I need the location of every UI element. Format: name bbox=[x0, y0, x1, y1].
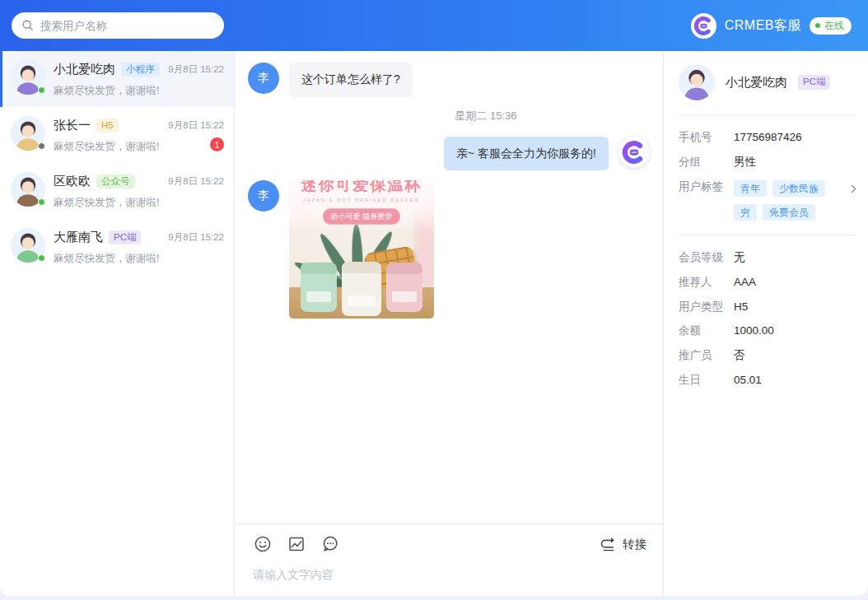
crmeb-service-window: CRMEB客服 在线 小北爱吃肉 小程序 麻烦尽快发货，谢谢啦! bbox=[0, 0, 868, 596]
profile-row: 手机号 17756987426 bbox=[679, 131, 860, 145]
conversation-preview: 麻烦尽快发货，谢谢啦! bbox=[54, 252, 160, 266]
profile-row: 用户类型 H5 bbox=[679, 300, 860, 314]
field-label: 推广员 bbox=[679, 349, 724, 363]
brand-name: CRMEB客服 bbox=[725, 17, 801, 35]
conversation-name: 张长一 bbox=[54, 118, 91, 133]
profile-name: 小北爱吃肉 bbox=[726, 75, 787, 91]
transfer-label: 转接 bbox=[623, 537, 646, 552]
thermos-cup-graphic bbox=[342, 262, 381, 316]
conversation-preview: 麻烦尽快发货，谢谢啦! bbox=[54, 84, 160, 98]
field-value: 1000.00 bbox=[734, 324, 774, 338]
conversation-name: 区欧欧 bbox=[54, 174, 91, 189]
field-label: 生日 bbox=[679, 374, 724, 388]
online-status-badge: 在线 bbox=[810, 17, 852, 35]
chevron-right-icon[interactable] bbox=[847, 183, 860, 195]
field-value: H5 bbox=[734, 300, 748, 314]
profile-row: 推广员 否 bbox=[679, 349, 860, 363]
user-tag: 穷 bbox=[734, 204, 757, 221]
field-value: 否 bbox=[734, 349, 745, 363]
thermos-cup-graphic bbox=[386, 263, 422, 312]
channel-badge: PC端 bbox=[798, 75, 830, 90]
composer-toolbar: 转接 bbox=[253, 534, 646, 554]
message-list: 李 这个订单怎么样了? 星期二 15:36 亲~ 客服会全力为你服务的! 李 bbox=[235, 51, 663, 523]
emoji-icon bbox=[253, 534, 273, 554]
user-tag: 青年 bbox=[734, 180, 767, 197]
image-upload-button[interactable] bbox=[287, 534, 306, 554]
thermos-cup-graphic bbox=[301, 263, 337, 312]
conversation-preview: 麻烦尽快发货，谢谢啦! bbox=[54, 196, 160, 210]
conversation-time: 9月8日 15:22 bbox=[168, 63, 224, 76]
channel-badge: 小程序 bbox=[121, 63, 160, 77]
field-label: 余额 bbox=[679, 324, 724, 338]
offline-dot bbox=[38, 142, 45, 150]
agent-avatar-icon bbox=[618, 137, 650, 168]
avatar bbox=[11, 116, 45, 151]
emoji-button[interactable] bbox=[253, 534, 273, 554]
product-image-message[interactable]: 迷你可爱保温杯 JAPAN'S HOT BRAISED BEAKER 娇小可爱 … bbox=[289, 180, 434, 319]
conversation-item[interactable]: 小北爱吃肉 小程序 麻烦尽快发货，谢谢啦! 9月8日 15:22 bbox=[0, 51, 234, 107]
online-status-label: 在线 bbox=[824, 19, 844, 33]
product-image-subtitle: JAPAN'S HOT BRAISED BEAKER bbox=[303, 198, 420, 202]
message-bubble: 这个订单怎么样了? bbox=[289, 63, 413, 97]
conversation-list: 小北爱吃肉 小程序 麻烦尽快发货，谢谢啦! 9月8日 15:22 张长一 bbox=[0, 51, 235, 596]
field-value: 无 bbox=[734, 251, 745, 265]
topbar: CRMEB客服 在线 bbox=[0, 0, 868, 51]
quick-reply-icon bbox=[320, 534, 340, 554]
message-bubble: 亲~ 客服会全力为你服务的! bbox=[444, 137, 609, 171]
conversation-time: 9月8日 15:22 bbox=[168, 231, 224, 244]
product-image-title: 迷你可爱保温杯 bbox=[301, 180, 422, 196]
field-label: 手机号 bbox=[679, 131, 724, 145]
channel-badge: 公众号 bbox=[96, 174, 135, 189]
conversation-item[interactable]: 大雁南飞 PC端 麻烦尽快发货，谢谢啦! 9月8日 15:22 bbox=[0, 219, 234, 275]
field-label: 用户类型 bbox=[679, 300, 724, 314]
field-label: 用户标签 bbox=[679, 180, 724, 194]
online-dot bbox=[38, 86, 45, 94]
chat-panel: 李 这个订单怎么样了? 星期二 15:36 亲~ 客服会全力为你服务的! 李 bbox=[235, 51, 663, 596]
outgoing-message: 亲~ 客服会全力为你服务的! bbox=[248, 137, 650, 171]
online-dot bbox=[815, 23, 820, 28]
conversation-item[interactable]: 区欧欧 公众号 麻烦尽快发货，谢谢啦! 9月8日 15:22 bbox=[0, 163, 234, 219]
peer-avatar: 李 bbox=[248, 180, 279, 212]
field-value: 男性 bbox=[734, 156, 756, 170]
profile-row: 生日 05.01 bbox=[679, 374, 860, 388]
user-tag: 免费会员 bbox=[763, 204, 815, 221]
avatar bbox=[11, 172, 45, 207]
message-input[interactable] bbox=[253, 554, 646, 596]
field-value: AAA bbox=[734, 276, 756, 290]
divider bbox=[679, 114, 856, 115]
product-image-header: 迷你可爱保温杯 JAPAN'S HOT BRAISED BEAKER 娇小可爱 … bbox=[289, 180, 434, 233]
date-divider: 星期二 15:36 bbox=[322, 109, 650, 123]
field-label: 会员等级 bbox=[679, 251, 724, 265]
user-tags-row: 用户标签 青年 少数民族 穷 免费会员 bbox=[679, 180, 860, 221]
unread-badge: 1 bbox=[210, 137, 224, 151]
user-avatar-icon bbox=[679, 64, 715, 100]
peer-avatar: 李 bbox=[248, 63, 279, 94]
search-box[interactable] bbox=[12, 12, 224, 39]
image-upload-icon bbox=[287, 534, 306, 554]
profile-row: 分组 男性 bbox=[679, 156, 860, 170]
profile-row: 余额 1000.00 bbox=[679, 324, 860, 338]
avatar bbox=[11, 228, 45, 263]
incoming-image-message: 李 bbox=[248, 180, 650, 319]
transfer-button[interactable]: 转接 bbox=[598, 535, 646, 553]
conversation-name: 大雁南飞 bbox=[54, 230, 103, 245]
search-input[interactable] bbox=[40, 20, 214, 32]
user-tags: 青年 少数民族 穷 免费会员 bbox=[734, 180, 846, 221]
user-tag: 少数民族 bbox=[772, 180, 825, 197]
brand-area: CRMEB客服 在线 bbox=[691, 13, 852, 39]
field-label: 推荐人 bbox=[679, 276, 724, 290]
field-value: 05.01 bbox=[734, 374, 762, 388]
brand-logo-icon bbox=[691, 13, 716, 39]
conversation-item[interactable]: 张长一 H5 麻烦尽快发货，谢谢啦! 9月8日 15:22 1 bbox=[0, 107, 234, 163]
incoming-message: 李 这个订单怎么样了? bbox=[248, 63, 650, 97]
transfer-icon bbox=[598, 535, 616, 553]
quick-reply-button[interactable] bbox=[320, 534, 340, 554]
online-dot bbox=[38, 198, 45, 206]
field-label: 分组 bbox=[679, 156, 724, 170]
field-value: 17756987426 bbox=[734, 131, 802, 145]
conversation-time: 9月8日 15:22 bbox=[168, 175, 224, 188]
channel-badge: PC端 bbox=[109, 230, 141, 245]
conversation-name: 小北爱吃肉 bbox=[54, 62, 115, 77]
avatar bbox=[11, 60, 45, 95]
product-image-tag: 娇小可爱 随身携带 bbox=[323, 208, 401, 225]
